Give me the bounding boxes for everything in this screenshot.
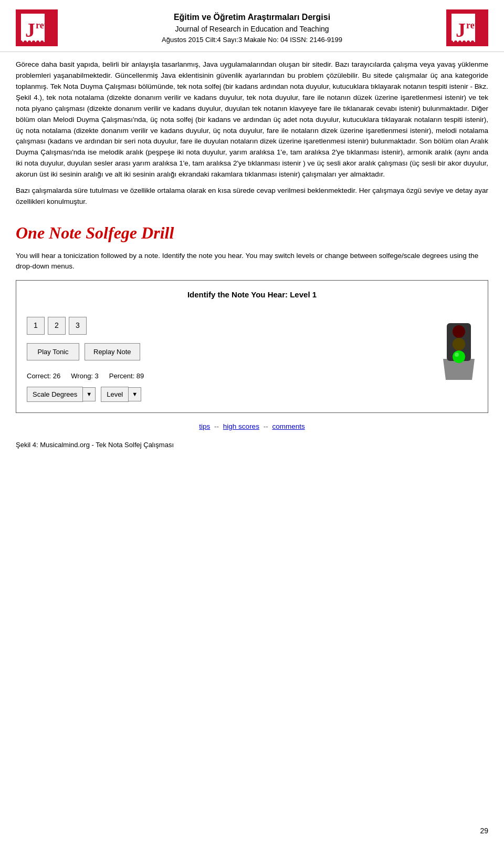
svg-point-20: [467, 40, 470, 44]
number-button-2[interactable]: 2: [48, 317, 66, 335]
logo-left: J ret: [16, 9, 58, 46]
svg-point-11: [49, 40, 52, 44]
scale-degrees-arrow[interactable]: ▼: [83, 387, 96, 401]
svg-point-17: [454, 40, 457, 44]
journal-title-sub: Journal of Research in Education and Tea…: [63, 24, 441, 35]
svg-point-23: [479, 40, 482, 44]
journal-title-main: Eğitim ve Öğretim Araştırmaları Dergisi: [63, 11, 441, 24]
percent-stat: Percent: 89: [109, 371, 144, 381]
svg-text:J: J: [456, 19, 466, 41]
separator-1: --: [214, 422, 221, 430]
second-paragraph: Bazı çalışmalarda süre tutulması ve özel…: [16, 185, 488, 208]
svg-point-9: [40, 40, 44, 44]
journal-title-info: Ağustos 2015 Cilt:4 Sayı:3 Makale No: 04…: [63, 35, 441, 45]
scale-degrees-dropdown[interactable]: Scale Degrees ▼: [27, 387, 96, 402]
comments-link[interactable]: comments: [272, 422, 304, 430]
svg-point-28: [453, 350, 465, 363]
svg-point-21: [471, 40, 474, 44]
svg-point-27: [453, 338, 465, 350]
drill-title: One Note Solfege Drill: [16, 220, 488, 245]
main-content: Görece daha basit yapıda, belirli bir an…: [0, 59, 504, 466]
svg-point-5: [24, 40, 27, 44]
svg-point-6: [28, 40, 31, 44]
number-button-3[interactable]: 3: [69, 317, 87, 335]
drill-links: tips -- high scores -- comments: [16, 421, 488, 432]
traffic-light: [440, 322, 477, 383]
main-paragraph: Görece daha basit yapıda, belirli bir an…: [16, 59, 488, 180]
page-number: 29: [480, 825, 488, 836]
drill-controls: 1 2 3 Play Tonic Replay Note Correct: 26…: [27, 317, 430, 402]
logo-right: J ret: [446, 9, 488, 46]
number-buttons-row: 1 2 3: [27, 317, 430, 335]
drill-description: You will hear a tonicization followed by…: [16, 251, 488, 272]
svg-point-4: [19, 40, 23, 44]
drill-box: Identify the Note You Hear: Level 1 1 2 …: [16, 280, 488, 413]
stats-row: Correct: 26 Wrong: 3 Percent: 89: [27, 371, 430, 381]
figure-caption: Şekil 4: Musicalmind.org - Tek Nota Solf…: [16, 440, 488, 450]
level-arrow[interactable]: ▼: [129, 387, 141, 401]
svg-point-22: [475, 40, 478, 44]
action-buttons-row: Play Tonic Replay Note: [27, 343, 430, 361]
svg-text:ret: ret: [466, 20, 478, 30]
svg-point-18: [458, 40, 461, 44]
correct-stat: Correct: 26: [27, 371, 60, 381]
svg-point-19: [463, 40, 466, 44]
drill-inner: 1 2 3 Play Tonic Replay Note Correct: 26…: [27, 317, 477, 402]
svg-point-10: [45, 40, 48, 44]
tips-link[interactable]: tips: [199, 422, 210, 430]
number-button-1[interactable]: 1: [27, 317, 45, 335]
svg-point-29: [455, 353, 459, 357]
svg-point-7: [32, 40, 35, 44]
svg-point-16: [450, 40, 453, 44]
drill-box-title: Identify the Note You Hear: Level 1: [27, 289, 477, 301]
replay-note-button[interactable]: Replay Note: [85, 343, 140, 361]
separator-2: --: [264, 422, 270, 430]
wrong-stat: Wrong: 3: [71, 371, 99, 381]
play-tonic-button[interactable]: Play Tonic: [27, 343, 79, 361]
scale-degrees-label[interactable]: Scale Degrees: [27, 387, 83, 402]
svg-text:J: J: [25, 19, 35, 41]
level-label[interactable]: Level: [101, 387, 129, 402]
level-dropdown[interactable]: Level ▼: [101, 387, 141, 402]
header-text: Eğitim ve Öğretim Araştırmaları Dergisi …: [58, 11, 446, 45]
svg-point-8: [36, 40, 39, 44]
page-header: J ret Eğitim ve Öğretim Araştırmaları De…: [0, 4, 504, 52]
high-scores-link[interactable]: high scores: [223, 422, 259, 430]
svg-text:ret: ret: [36, 20, 47, 30]
svg-point-26: [453, 325, 465, 338]
dropdowns-row: Scale Degrees ▼ Level ▼: [27, 387, 430, 402]
